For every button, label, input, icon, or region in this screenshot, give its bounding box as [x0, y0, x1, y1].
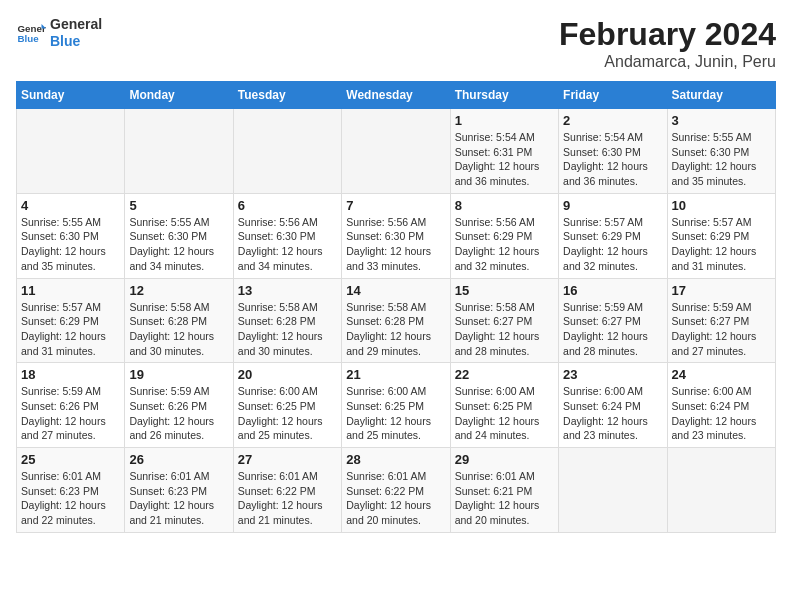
day-info: Sunrise: 5:57 AM Sunset: 6:29 PM Dayligh…	[563, 215, 662, 274]
day-cell: 20Sunrise: 6:00 AM Sunset: 6:25 PM Dayli…	[233, 363, 341, 448]
day-cell	[342, 109, 450, 194]
day-number: 12	[129, 283, 228, 298]
day-cell: 19Sunrise: 5:59 AM Sunset: 6:26 PM Dayli…	[125, 363, 233, 448]
header: General Blue General Blue February 2024 …	[16, 16, 776, 71]
header-saturday: Saturday	[667, 82, 775, 109]
day-number: 23	[563, 367, 662, 382]
day-number: 16	[563, 283, 662, 298]
day-cell: 11Sunrise: 5:57 AM Sunset: 6:29 PM Dayli…	[17, 278, 125, 363]
day-cell: 5Sunrise: 5:55 AM Sunset: 6:30 PM Daylig…	[125, 193, 233, 278]
day-cell: 21Sunrise: 6:00 AM Sunset: 6:25 PM Dayli…	[342, 363, 450, 448]
day-info: Sunrise: 5:59 AM Sunset: 6:26 PM Dayligh…	[21, 384, 120, 443]
day-info: Sunrise: 5:58 AM Sunset: 6:28 PM Dayligh…	[238, 300, 337, 359]
header-tuesday: Tuesday	[233, 82, 341, 109]
day-info: Sunrise: 5:57 AM Sunset: 6:29 PM Dayligh…	[672, 215, 771, 274]
header-friday: Friday	[559, 82, 667, 109]
logo-general: General	[50, 16, 102, 33]
day-number: 2	[563, 113, 662, 128]
day-info: Sunrise: 6:00 AM Sunset: 6:25 PM Dayligh…	[455, 384, 554, 443]
day-cell: 4Sunrise: 5:55 AM Sunset: 6:30 PM Daylig…	[17, 193, 125, 278]
day-number: 27	[238, 452, 337, 467]
day-info: Sunrise: 5:59 AM Sunset: 6:27 PM Dayligh…	[563, 300, 662, 359]
day-info: Sunrise: 6:01 AM Sunset: 6:22 PM Dayligh…	[238, 469, 337, 528]
day-info: Sunrise: 5:56 AM Sunset: 6:29 PM Dayligh…	[455, 215, 554, 274]
day-info: Sunrise: 5:55 AM Sunset: 6:30 PM Dayligh…	[21, 215, 120, 274]
day-cell: 1Sunrise: 5:54 AM Sunset: 6:31 PM Daylig…	[450, 109, 558, 194]
calendar-subtitle: Andamarca, Junin, Peru	[559, 53, 776, 71]
day-number: 13	[238, 283, 337, 298]
day-number: 10	[672, 198, 771, 213]
day-cell: 7Sunrise: 5:56 AM Sunset: 6:30 PM Daylig…	[342, 193, 450, 278]
day-number: 21	[346, 367, 445, 382]
day-number: 18	[21, 367, 120, 382]
day-info: Sunrise: 5:59 AM Sunset: 6:27 PM Dayligh…	[672, 300, 771, 359]
day-number: 8	[455, 198, 554, 213]
day-info: Sunrise: 6:01 AM Sunset: 6:21 PM Dayligh…	[455, 469, 554, 528]
day-info: Sunrise: 5:58 AM Sunset: 6:28 PM Dayligh…	[346, 300, 445, 359]
day-number: 26	[129, 452, 228, 467]
day-info: Sunrise: 5:55 AM Sunset: 6:30 PM Dayligh…	[129, 215, 228, 274]
day-info: Sunrise: 6:00 AM Sunset: 6:25 PM Dayligh…	[238, 384, 337, 443]
header-thursday: Thursday	[450, 82, 558, 109]
day-number: 22	[455, 367, 554, 382]
day-number: 1	[455, 113, 554, 128]
day-cell: 2Sunrise: 5:54 AM Sunset: 6:30 PM Daylig…	[559, 109, 667, 194]
day-cell	[125, 109, 233, 194]
day-cell: 24Sunrise: 6:00 AM Sunset: 6:24 PM Dayli…	[667, 363, 775, 448]
day-cell: 13Sunrise: 5:58 AM Sunset: 6:28 PM Dayli…	[233, 278, 341, 363]
day-number: 17	[672, 283, 771, 298]
day-cell: 15Sunrise: 5:58 AM Sunset: 6:27 PM Dayli…	[450, 278, 558, 363]
day-cell: 22Sunrise: 6:00 AM Sunset: 6:25 PM Dayli…	[450, 363, 558, 448]
title-area: February 2024 Andamarca, Junin, Peru	[559, 16, 776, 71]
day-cell	[667, 448, 775, 533]
day-cell: 14Sunrise: 5:58 AM Sunset: 6:28 PM Dayli…	[342, 278, 450, 363]
header-monday: Monday	[125, 82, 233, 109]
day-info: Sunrise: 5:58 AM Sunset: 6:28 PM Dayligh…	[129, 300, 228, 359]
day-info: Sunrise: 5:56 AM Sunset: 6:30 PM Dayligh…	[238, 215, 337, 274]
week-row-5: 25Sunrise: 6:01 AM Sunset: 6:23 PM Dayli…	[17, 448, 776, 533]
day-number: 24	[672, 367, 771, 382]
day-info: Sunrise: 5:56 AM Sunset: 6:30 PM Dayligh…	[346, 215, 445, 274]
day-cell: 26Sunrise: 6:01 AM Sunset: 6:23 PM Dayli…	[125, 448, 233, 533]
day-number: 29	[455, 452, 554, 467]
day-info: Sunrise: 6:00 AM Sunset: 6:25 PM Dayligh…	[346, 384, 445, 443]
day-info: Sunrise: 5:58 AM Sunset: 6:27 PM Dayligh…	[455, 300, 554, 359]
week-row-2: 4Sunrise: 5:55 AM Sunset: 6:30 PM Daylig…	[17, 193, 776, 278]
logo: General Blue General Blue	[16, 16, 102, 50]
day-cell: 10Sunrise: 5:57 AM Sunset: 6:29 PM Dayli…	[667, 193, 775, 278]
calendar-table: SundayMondayTuesdayWednesdayThursdayFrid…	[16, 81, 776, 533]
day-info: Sunrise: 5:59 AM Sunset: 6:26 PM Dayligh…	[129, 384, 228, 443]
week-row-1: 1Sunrise: 5:54 AM Sunset: 6:31 PM Daylig…	[17, 109, 776, 194]
week-row-4: 18Sunrise: 5:59 AM Sunset: 6:26 PM Dayli…	[17, 363, 776, 448]
day-number: 19	[129, 367, 228, 382]
day-cell: 16Sunrise: 5:59 AM Sunset: 6:27 PM Dayli…	[559, 278, 667, 363]
day-number: 5	[129, 198, 228, 213]
svg-text:Blue: Blue	[18, 33, 40, 44]
day-cell: 6Sunrise: 5:56 AM Sunset: 6:30 PM Daylig…	[233, 193, 341, 278]
day-info: Sunrise: 5:54 AM Sunset: 6:31 PM Dayligh…	[455, 130, 554, 189]
day-cell: 12Sunrise: 5:58 AM Sunset: 6:28 PM Dayli…	[125, 278, 233, 363]
day-number: 15	[455, 283, 554, 298]
day-number: 25	[21, 452, 120, 467]
day-info: Sunrise: 5:55 AM Sunset: 6:30 PM Dayligh…	[672, 130, 771, 189]
day-cell	[17, 109, 125, 194]
day-cell: 8Sunrise: 5:56 AM Sunset: 6:29 PM Daylig…	[450, 193, 558, 278]
day-cell: 3Sunrise: 5:55 AM Sunset: 6:30 PM Daylig…	[667, 109, 775, 194]
day-number: 14	[346, 283, 445, 298]
calendar-header-row: SundayMondayTuesdayWednesdayThursdayFrid…	[17, 82, 776, 109]
day-cell: 29Sunrise: 6:01 AM Sunset: 6:21 PM Dayli…	[450, 448, 558, 533]
week-row-3: 11Sunrise: 5:57 AM Sunset: 6:29 PM Dayli…	[17, 278, 776, 363]
header-sunday: Sunday	[17, 82, 125, 109]
day-cell: 9Sunrise: 5:57 AM Sunset: 6:29 PM Daylig…	[559, 193, 667, 278]
day-cell	[233, 109, 341, 194]
day-cell: 18Sunrise: 5:59 AM Sunset: 6:26 PM Dayli…	[17, 363, 125, 448]
day-cell: 28Sunrise: 6:01 AM Sunset: 6:22 PM Dayli…	[342, 448, 450, 533]
day-number: 7	[346, 198, 445, 213]
day-number: 20	[238, 367, 337, 382]
day-number: 11	[21, 283, 120, 298]
day-cell: 17Sunrise: 5:59 AM Sunset: 6:27 PM Dayli…	[667, 278, 775, 363]
day-number: 28	[346, 452, 445, 467]
logo-icon: General Blue	[16, 18, 46, 48]
day-number: 4	[21, 198, 120, 213]
day-info: Sunrise: 6:00 AM Sunset: 6:24 PM Dayligh…	[563, 384, 662, 443]
